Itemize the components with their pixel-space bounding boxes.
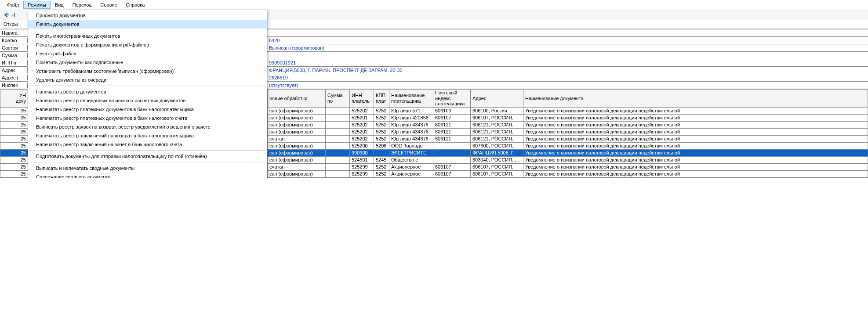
nav-value: 6420 xyxy=(267,38,868,43)
cell-address: 606107, РОССИЯ, xyxy=(471,114,523,121)
cell-state: сан (сформирован) xyxy=(268,128,326,135)
cell-address: 606121, РОССИЯ, xyxy=(471,128,523,135)
nav-value: (отсутствует) xyxy=(267,83,868,88)
menu-goto[interactable]: Переход xyxy=(68,1,96,9)
cell-postal xyxy=(433,156,471,163)
cell-payer-name: Акционерное xyxy=(389,170,433,177)
dropdown-item[interactable]: Напечатать реестр заключений на зачет в … xyxy=(28,140,267,149)
dropdown-item[interactable]: Удалить документы из очереди xyxy=(28,75,267,84)
cell-un: 25 xyxy=(0,114,28,121)
cell-postal: 606107 xyxy=(433,170,471,177)
cell-sum xyxy=(326,107,350,114)
cell-payer-name: Юр лицо 571 xyxy=(389,107,433,114)
col-payer-name[interactable]: Наименованиеплательщика xyxy=(389,90,433,108)
nav-label: Адрес ( xyxy=(0,75,28,80)
dropdown-item[interactable]: Печать pdf-файла xyxy=(28,49,267,58)
nav-label: Адрес xyxy=(0,68,28,73)
cell-inn: 525200 xyxy=(350,142,374,149)
dropdown-item[interactable]: Выписать и напечатать сводные документы xyxy=(28,164,267,172)
nav-label: Инспек xyxy=(0,83,28,88)
back-button-label[interactable]: Н xyxy=(11,12,15,18)
cell-state: сан (сформирован) xyxy=(268,142,326,149)
cell-postal xyxy=(433,149,471,156)
col-sum[interactable]: Суммапо xyxy=(326,90,350,108)
col-state[interactable]: ояние обработки xyxy=(268,90,326,108)
cell-inn: 525202 xyxy=(350,128,374,135)
cell-address: 606107, РОССИЯ, xyxy=(471,163,523,170)
cell-sum xyxy=(326,114,350,121)
col-postal[interactable]: Почтовыйиндексплательщика xyxy=(433,90,471,108)
cell-sum xyxy=(326,149,350,156)
cell-doc-name: Уведомление о признании налоговой деклар… xyxy=(523,114,868,121)
nav-value: Выписан (сформирован) xyxy=(267,45,868,50)
nav-label: Кратко xyxy=(0,38,28,43)
nav-label: Сумма xyxy=(0,53,28,58)
dropdown-item[interactable]: Подготовить документы для отправки налог… xyxy=(28,152,267,161)
cell-postal: 606121 xyxy=(433,135,471,142)
cell-kpp: 5252 xyxy=(374,170,389,177)
menu-view[interactable]: Вид xyxy=(51,1,68,9)
cell-postal: 606100 xyxy=(433,107,471,114)
nav-label: Состоя xyxy=(0,45,28,50)
cell-state: сан (сформирован) xyxy=(268,107,326,114)
dropdown-separator xyxy=(29,150,266,151)
col-inn[interactable]: ИННплатель xyxy=(350,90,374,108)
cell-postal: 606121 xyxy=(433,121,471,128)
back-arrow-icon[interactable] xyxy=(4,12,10,18)
dropdown-item[interactable]: Выписать реестр заявок на возврат, реест… xyxy=(28,122,267,131)
dropdown-separator xyxy=(29,162,266,162)
cell-inn: 525202 xyxy=(350,107,374,114)
cell-un: 25 xyxy=(0,156,28,163)
dropdown-item[interactable]: Напечатать реестр документов xyxy=(28,87,267,96)
menu-help[interactable]: Справка xyxy=(121,1,149,9)
cell-payer-name: Акционерное xyxy=(389,163,433,170)
cell-postal: 606121 xyxy=(433,128,471,135)
cell-state: сан (сформирован) xyxy=(268,170,326,177)
cell-inn: 990900 xyxy=(350,149,374,156)
nav-value: ФРАНЦИЯ,5008, Г. ПАРИЖ, ПРОСПЕКТ ДЕ ВАГР… xyxy=(267,68,868,73)
dropdown-item[interactable]: Содержание сводного документа xyxy=(28,172,267,178)
col-address[interactable]: Адрес xyxy=(471,90,523,108)
menu-file[interactable]: Файл xyxy=(3,1,23,9)
cell-payer-name: ЭЛЕКТРИСИТЕ xyxy=(389,149,433,156)
dropdown-item[interactable]: Установить требованиям состояние 'выписа… xyxy=(28,67,267,75)
dropdown-item[interactable]: Напечатать реестр платежных документов в… xyxy=(28,105,267,114)
dropdown-item[interactable]: Печать документов xyxy=(28,20,267,29)
cell-state: сан (сформирован) xyxy=(268,156,326,163)
col-doc-name[interactable]: Наименование документа xyxy=(523,90,868,108)
cell-inn: 525202 xyxy=(350,135,374,142)
cell-inn: 524501 xyxy=(350,156,374,163)
cell-payer-name: Юр лицо 420856 xyxy=(389,114,433,121)
cell-sum xyxy=(326,170,350,177)
cell-address: 606121, РОССИЯ, xyxy=(471,121,523,128)
cell-state: ечатан xyxy=(268,135,326,142)
menu-modes[interactable]: Режимы xyxy=(23,1,51,9)
tab-open[interactable]: Откры xyxy=(4,22,18,27)
cell-kpp xyxy=(374,149,389,156)
cell-state: ечатан xyxy=(268,163,326,170)
cell-sum xyxy=(326,142,350,149)
cell-postal: 606107 xyxy=(433,163,471,170)
dropdown-item[interactable]: Напечатать реестр заключений на возврат … xyxy=(28,131,267,140)
cell-un: 25 xyxy=(0,170,28,177)
col-kpp[interactable]: КППплат xyxy=(374,90,389,108)
dropdown-separator xyxy=(29,30,266,30)
cell-inn: 525201 xyxy=(350,114,374,121)
cell-un: 25 xyxy=(0,149,28,156)
modes-dropdown-menu[interactable]: Просмотр документовПечать документовПеча… xyxy=(28,10,267,178)
dropdown-item[interactable]: Напечатать реестр переданных на инкассо … xyxy=(28,96,267,105)
dropdown-item[interactable]: Напечатать реестр платежных документов в… xyxy=(28,114,267,122)
dropdown-item[interactable]: Пометить документы как подписанные xyxy=(28,58,267,67)
dropdown-item[interactable]: Печать документов с формированием pdf-фа… xyxy=(28,40,267,49)
cell-address: 606100, Россия, xyxy=(471,107,523,114)
cell-postal: 606107 xyxy=(433,114,471,121)
cell-address: 606107, РОССИЯ, xyxy=(471,170,523,177)
menu-service[interactable]: Сервис xyxy=(96,1,121,9)
dropdown-item[interactable]: Просмотр документов xyxy=(28,11,267,20)
dropdown-item[interactable]: Печать многостраничных документов xyxy=(28,32,267,40)
cell-doc-name: Уведомление о признании налоговой деклар… xyxy=(523,107,868,114)
col-un-doc[interactable]: УНдоку xyxy=(0,90,28,108)
cell-inn: 525299 xyxy=(350,170,374,177)
cell-sum xyxy=(326,135,350,142)
cell-un: 25 xyxy=(0,107,28,114)
